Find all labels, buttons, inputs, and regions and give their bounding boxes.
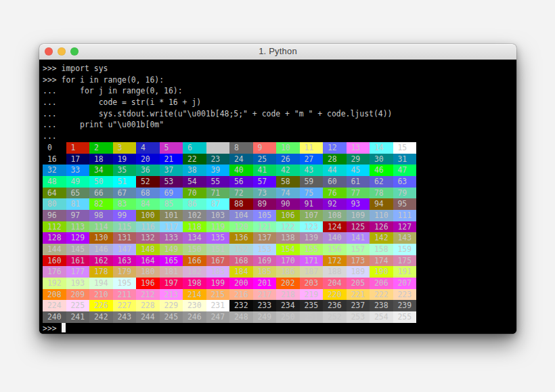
palette-cell-38: 38: [183, 165, 206, 176]
palette-cell-160: 160: [43, 255, 66, 267]
palette-cell-48: 48: [43, 176, 66, 188]
palette-cell-246: 246: [183, 311, 206, 323]
palette-cell-19: 19: [113, 154, 137, 165]
palette-cell-26: 26: [276, 154, 300, 165]
palette-cell-171: 171: [300, 255, 324, 267]
palette-cell-70: 70: [183, 188, 206, 199]
palette-cell-110: 110: [370, 210, 393, 221]
palette-cell-177: 177: [66, 266, 90, 278]
palette-cell-132: 132: [136, 232, 160, 244]
palette-cell-10: 10: [276, 142, 300, 154]
palette-cell-4: 4: [136, 142, 160, 154]
palette-cell-204: 204: [323, 278, 347, 289]
palette-cell-235: 235: [300, 300, 324, 311]
palette-cell-69: 69: [160, 188, 183, 199]
palette-cell-109: 109: [347, 210, 370, 221]
palette-cell-106: 106: [276, 210, 300, 221]
palette-cell-94: 94: [370, 198, 393, 210]
palette-cell-135: 135: [206, 232, 230, 244]
prompt-line[interactable]: >>>: [43, 323, 516, 334]
palette-cell-107: 107: [300, 210, 324, 221]
palette-cell-27: 27: [300, 154, 324, 165]
palette-cell-167: 167: [206, 255, 230, 267]
palette-row: 1441451461471481491501511521531541551561…: [43, 244, 516, 255]
palette-cell-5: 5: [160, 142, 183, 154]
palette-cell-101: 101: [160, 210, 183, 221]
palette-cell-34: 34: [89, 165, 113, 176]
palette-cell-6: 6: [183, 142, 206, 154]
code-line: ...: [43, 131, 516, 142]
palette-cell-33: 33: [66, 165, 90, 176]
palette-cell-45: 45: [347, 165, 370, 176]
palette-cell-161: 161: [66, 255, 90, 267]
palette-cell-77: 77: [347, 188, 370, 199]
palette-cell-122: 122: [276, 221, 300, 233]
palette-cell-99: 99: [113, 210, 137, 221]
palette-cell-166: 166: [183, 255, 206, 267]
palette-cell-68: 68: [136, 188, 160, 199]
palette-cell-129: 129: [66, 232, 90, 244]
palette-cell-151: 151: [206, 244, 230, 255]
palette-cell-108: 108: [323, 210, 347, 221]
palette-cell-203: 203: [300, 278, 324, 289]
palette-cell-240: 240: [43, 311, 66, 323]
palette-cell-25: 25: [253, 154, 277, 165]
palette-row: 16171819202122232425262728293031: [43, 154, 516, 165]
palette-cell-153: 153: [253, 244, 277, 255]
palette-cell-125: 125: [347, 221, 370, 233]
palette-cell-28: 28: [323, 154, 347, 165]
palette-cell-185: 185: [253, 266, 277, 278]
palette-cell-206: 206: [370, 278, 393, 289]
palette-cell-190: 190: [370, 266, 393, 278]
palette-cell-61: 61: [347, 176, 370, 188]
palette-cell-154: 154: [276, 244, 300, 255]
palette-cell-115: 115: [113, 221, 137, 233]
palette-cell-120: 120: [229, 221, 253, 233]
palette-row: 2242252262272282292302312322332342352362…: [43, 300, 516, 311]
palette-cell-53: 53: [160, 176, 183, 188]
palette-cell-42: 42: [276, 165, 300, 176]
code-line: ... code = str(i * 16 + j): [43, 97, 516, 108]
palette-cell-213: 213: [160, 289, 183, 301]
palette-cell-173: 173: [347, 255, 370, 267]
palette-cell-59: 59: [300, 176, 324, 188]
code-line: ... for j in range(0, 16):: [43, 85, 516, 97]
palette-cell-83: 83: [113, 198, 137, 210]
palette-cell-141: 141: [347, 232, 370, 244]
palette-cell-50: 50: [89, 176, 113, 188]
terminal-content[interactable]: >>> import sys>>> for i in range(0, 16):…: [39, 60, 516, 334]
palette-cell-187: 187: [300, 266, 324, 278]
window-titlebar[interactable]: 1. Python: [39, 44, 516, 60]
palette-cell-251: 251: [300, 311, 324, 323]
palette-cell-12: 12: [323, 142, 347, 154]
palette-cell-46: 46: [370, 165, 393, 176]
palette-cell-37: 37: [160, 165, 183, 176]
palette-cell-181: 181: [160, 266, 183, 278]
palette-cell-121: 121: [253, 221, 277, 233]
palette-cell-13: 13: [347, 142, 370, 154]
prompt-text: >>>: [43, 324, 62, 333]
palette-cell-156: 156: [323, 244, 347, 255]
palette-cell-174: 174: [370, 255, 393, 267]
palette-cell-31: 31: [393, 154, 417, 165]
palette-cell-249: 249: [253, 311, 277, 323]
palette-cell-248: 248: [229, 311, 253, 323]
palette-cell-11: 11: [300, 142, 324, 154]
palette-cell-18: 18: [89, 154, 113, 165]
palette-cell-165: 165: [160, 255, 183, 267]
palette-cell-14: 14: [370, 142, 393, 154]
palette-cell-7: 7: [206, 142, 230, 154]
palette-cell-191: 191: [393, 266, 417, 278]
palette-cell-16: 16: [43, 154, 66, 165]
palette-cell-3: 3: [113, 142, 137, 154]
palette-cell-239: 239: [393, 300, 417, 311]
palette-cell-202: 202: [276, 278, 300, 289]
palette-cell-150: 150: [183, 244, 206, 255]
palette-cell-80: 80: [43, 198, 66, 210]
palette-cell-86: 86: [183, 198, 206, 210]
palette-cell-54: 54: [183, 176, 206, 188]
palette-cell-78: 78: [370, 188, 393, 199]
palette-cell-124: 124: [323, 221, 347, 233]
palette-cell-215: 215: [206, 289, 230, 301]
palette-cell-90: 90: [276, 198, 300, 210]
